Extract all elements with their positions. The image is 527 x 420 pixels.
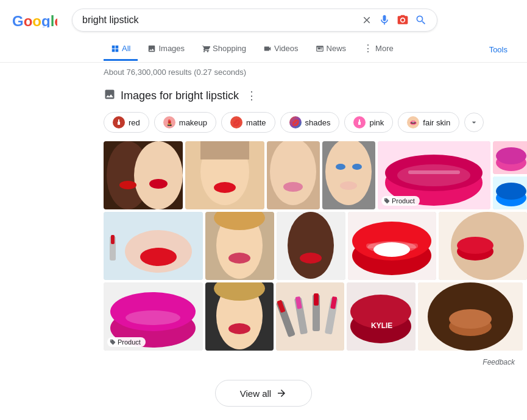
filter-pill-fair-skin-label: fair skin [423,118,450,127]
image-cell-1-3[interactable] [267,141,320,209]
filter-pill-matte-label: matte [246,118,266,127]
svg-point-42 [140,248,177,266]
image-cell-2-5[interactable] [439,212,527,280]
image-cell-1-1[interactable] [104,141,183,209]
image-cell-3-2[interactable] [205,282,274,351]
svg-point-61 [457,237,493,254]
feedback-link[interactable]: Feedback [483,358,515,366]
images-section: Images for bright lipstick ⋮ red 💄 makeu… [0,82,527,355]
feedback-area: Feedback [0,355,527,369]
image-subgrid-1 [493,141,527,209]
filter-pills: red 💄 makeup 💋 matte 💋 shades pink [104,112,515,133]
search-icons [361,14,427,26]
pink-pill-icon [353,116,366,128]
image-row-1: Product [104,141,515,209]
image-cell-3-5[interactable] [418,282,523,351]
svg-point-17 [283,182,303,192]
expand-filters-button[interactable] [464,113,484,132]
images-header: Images for bright lipstick ⋮ [104,86,515,105]
image-row-2 [104,212,515,280]
svg-point-1 [401,19,405,22]
matte-pill-icon: 💋 [230,116,242,128]
svg-text:Google: Google [12,13,57,27]
svg-point-22 [340,181,357,190]
nav-item-videos[interactable]: Videos [256,38,306,61]
filter-pill-makeup[interactable]: 💄 makeup [154,112,216,133]
svg-rect-3 [118,122,120,125]
news-icon [316,44,324,53]
nav-item-news[interactable]: News [308,38,354,61]
filter-pill-shades-label: shades [305,118,331,127]
product-tag-icon-2 [110,339,116,345]
arrow-right-icon [276,388,287,399]
nav-item-images[interactable]: Images [140,38,192,61]
filter-pill-makeup-label: makeup [179,118,207,127]
nav-item-all[interactable]: All [104,38,138,61]
view-all-button[interactable]: View all [215,380,312,407]
shades-pill-icon: 💋 [289,116,302,128]
svg-rect-76 [314,293,319,306]
svg-point-10 [119,181,136,189]
filter-pill-red[interactable]: red [104,112,149,133]
google-logo: Google [12,13,57,27]
svg-rect-44 [111,235,115,244]
svg-point-20 [336,164,345,170]
image-grid: Product [104,141,515,351]
svg-point-9 [149,179,168,189]
svg-point-48 [228,253,250,264]
svg-text:KYLIE: KYLIE [371,321,392,330]
chevron-down-icon [469,117,479,127]
image-cell-2-2[interactable] [205,212,274,280]
tools-button[interactable]: Tools [482,39,515,60]
shopping-icon [202,44,210,53]
filter-pill-shades[interactable]: 💋 shades [280,112,340,133]
more-dots-icon: ⋮ [363,43,373,54]
svg-point-8 [134,141,183,209]
nav: All Images Shopping Videos News ⋮ More T… [0,37,527,63]
clear-button[interactable] [361,15,372,26]
svg-point-50 [288,212,334,279]
images-section-icon [104,88,116,103]
svg-point-13 [214,182,236,193]
image-cell-2-4[interactable] [348,212,436,280]
product-tag-icon [384,198,390,204]
search-bar [72,9,437,32]
svg-point-86 [449,309,492,329]
svg-point-65 [126,310,180,325]
images-icon [147,44,156,53]
filter-pill-fair-skin[interactable]: 👄 fair skin [398,112,459,133]
image-cell-1-8[interactable] [493,177,527,209]
image-cell-1-2[interactable] [185,141,264,209]
image-cell-3-4[interactable]: KYLIE [347,282,416,351]
image-cell-2-3[interactable] [277,212,345,280]
fair-skin-pill-icon: 👄 [407,116,419,128]
image-cell-3-1[interactable]: Product [104,282,203,351]
svg-point-36 [496,183,526,200]
videos-icon [263,44,272,53]
image-row-3: Product [104,282,515,351]
google-search-button[interactable] [415,14,427,26]
filter-pill-matte[interactable]: 💋 matte [221,112,275,133]
filter-pill-pink-label: pink [369,118,384,127]
image-cell-1-5[interactable]: Product [378,141,490,209]
nav-item-more[interactable]: ⋮ More [356,37,401,62]
images-more-options-button[interactable]: ⋮ [244,86,260,105]
image-cell-2-1[interactable] [104,212,203,280]
header: Google [0,0,527,37]
images-title: Images for bright lipstick [121,89,239,102]
filter-pill-pink[interactable]: pink [344,112,393,133]
voice-search-button[interactable] [378,14,391,26]
lens-button[interactable] [397,14,409,26]
image-cell-1-6[interactable] [493,141,527,174]
product-badge-1: Product [381,196,420,206]
search-input[interactable] [82,15,356,26]
image-cell-3-3[interactable] [276,282,344,351]
svg-point-16 [270,141,316,205]
svg-rect-14 [200,141,249,159]
image-cell-1-4[interactable] [322,141,375,209]
product-badge-2: Product [107,337,146,347]
nav-item-shopping[interactable]: Shopping [194,38,253,61]
results-count: About 76,300,000 results (0.27 seconds) [0,63,527,82]
svg-point-19 [325,141,372,205]
svg-rect-27 [408,170,460,174]
